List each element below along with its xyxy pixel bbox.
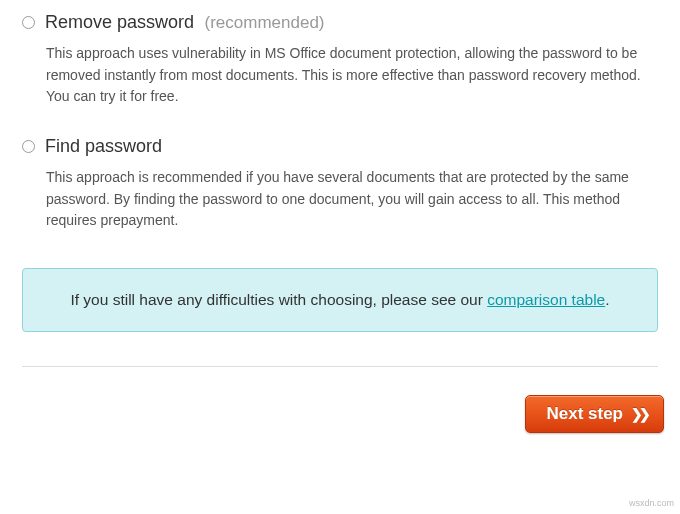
option-hint: (recommended) — [205, 13, 325, 32]
option-find-password[interactable]: Find password This approach is recommend… — [22, 136, 658, 232]
option-remove-password[interactable]: Remove password (recommended) This appro… — [22, 12, 658, 108]
footer: Next step ❯❯ — [0, 367, 680, 455]
chevron-right-icon: ❯❯ — [631, 406, 647, 422]
option-header: Remove password (recommended) — [22, 12, 658, 33]
option-title: Find password — [45, 136, 162, 157]
radio-icon[interactable] — [22, 140, 35, 153]
next-step-button[interactable]: Next step ❯❯ — [525, 395, 664, 433]
next-step-label: Next step — [546, 404, 623, 424]
info-text-suffix: . — [605, 291, 609, 308]
option-header: Find password — [22, 136, 658, 157]
option-description: This approach is recommended if you have… — [46, 167, 658, 232]
option-description: This approach uses vulnerability in MS O… — [46, 43, 658, 108]
info-box: If you still have any difficulties with … — [22, 268, 658, 332]
option-title: Remove password — [45, 12, 194, 32]
info-text-prefix: If you still have any difficulties with … — [70, 291, 487, 308]
comparison-table-link[interactable]: comparison table — [487, 291, 605, 308]
radio-icon[interactable] — [22, 16, 35, 29]
